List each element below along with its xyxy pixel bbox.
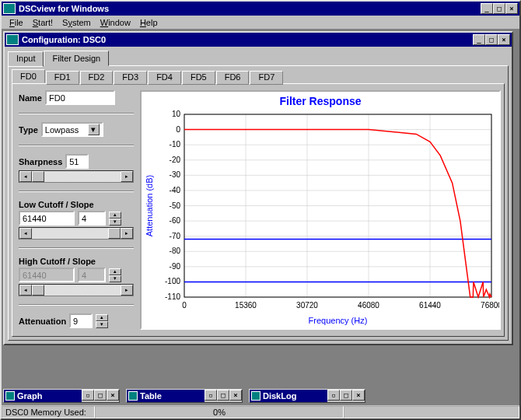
chart-title: Filter Response — [142, 92, 499, 110]
config-minimize-button[interactable]: _ — [473, 34, 485, 45]
menu-window[interactable]: Window — [96, 16, 135, 29]
fd-tab-fd3[interactable]: FD3 — [114, 71, 147, 85]
high-scroll[interactable]: ◂ ▸ — [19, 284, 134, 296]
sharpness-input[interactable] — [65, 154, 89, 169]
svg-text:-50: -50 — [170, 201, 181, 210]
config-title: Configuration: DSC0 — [22, 35, 473, 44]
svg-text:-20: -20 — [170, 156, 181, 164]
svg-text:Frequency (Hz): Frequency (Hz) — [309, 316, 368, 325]
fd-tab-fd7[interactable]: FD7 — [250, 71, 283, 85]
table-icon — [128, 391, 138, 401]
divider — [19, 113, 134, 114]
scroll-right-icon[interactable]: ▸ — [121, 228, 133, 239]
svg-text:30720: 30720 — [296, 301, 318, 310]
mini-max-button[interactable]: □ — [94, 390, 107, 401]
mini-close-button[interactable]: × — [229, 390, 242, 401]
svg-text:-40: -40 — [170, 186, 181, 194]
divider — [19, 191, 134, 192]
scroll-right-icon[interactable]: ▸ — [121, 171, 133, 182]
mini-close-button[interactable]: × — [352, 390, 365, 401]
low-scroll[interactable]: ◂ ▸ — [19, 227, 134, 240]
divider — [19, 145, 134, 146]
type-select[interactable]: Lowpass ▾ — [41, 122, 103, 137]
mini-table-window[interactable]: Table ▫ □ × — [126, 389, 243, 403]
scroll-left-icon[interactable]: ◂ — [19, 171, 32, 182]
high-slope-input — [78, 268, 106, 282]
tab-filter-design[interactable]: Filter Design — [44, 51, 109, 66]
fd-tab-fd1[interactable]: FD1 — [46, 71, 79, 85]
mini-restore-button[interactable]: ▫ — [327, 390, 340, 401]
high-cutoff-label: High Cutoff / Slope — [19, 257, 96, 266]
filter-form: Name Type Lowpass ▾ — [19, 90, 134, 330]
svg-text:76800: 76800 — [481, 301, 499, 310]
low-cutoff-input[interactable] — [19, 211, 75, 226]
menu-start[interactable]: Start! — [28, 16, 58, 29]
spin-down-icon[interactable]: ▾ — [109, 219, 121, 226]
svg-text:-30: -30 — [170, 170, 181, 179]
config-close-button[interactable]: × — [498, 34, 510, 45]
dropdown-icon[interactable]: ▾ — [88, 124, 100, 135]
mini-graph-window[interactable]: Graph ▫ □ × — [3, 389, 120, 403]
app-icon — [3, 3, 16, 14]
chart-svg: 100-10-20-30-40-50-60-70-80-90-100-11001… — [142, 110, 499, 328]
mdi-client: Configuration: DSC0 _ □ × Input Filter D… — [2, 30, 519, 404]
app-title: DSCview for Windows — [19, 4, 481, 13]
status-mem-label: DSC0 Memory Used: — [2, 406, 95, 418]
svg-text:-60: -60 — [170, 216, 181, 225]
svg-text:0: 0 — [176, 125, 180, 134]
svg-text:46080: 46080 — [358, 301, 379, 310]
fd-tab-fd5[interactable]: FD5 — [182, 71, 215, 85]
mini-max-button[interactable]: □ — [340, 390, 352, 401]
svg-text:-70: -70 — [170, 232, 181, 240]
mini-disklog-window[interactable]: DiskLog ▫ □ × — [249, 389, 365, 403]
mini-restore-button[interactable]: ▫ — [82, 390, 94, 401]
menu-file[interactable]: File — [5, 16, 28, 29]
fd-tab-fd6[interactable]: FD6 — [216, 71, 250, 85]
svg-text:0: 0 — [182, 301, 187, 310]
name-input[interactable] — [45, 90, 115, 105]
high-cutoff-input — [19, 268, 75, 282]
menu-help[interactable]: Help — [135, 16, 163, 29]
spin-down-icon[interactable]: ▾ — [109, 275, 121, 282]
config-icon — [6, 34, 19, 45]
config-titlebar: Configuration: DSC0 _ □ × — [5, 33, 512, 47]
spin-up-icon[interactable]: ▴ — [109, 212, 121, 219]
svg-text:-80: -80 — [170, 247, 181, 255]
status-mem-value: 0% — [95, 406, 344, 418]
attenuation-input[interactable] — [69, 313, 93, 328]
minimize-button[interactable]: _ — [481, 3, 493, 14]
tab-input[interactable]: Input — [8, 51, 44, 67]
sharpness-label: Sharpness — [19, 157, 62, 166]
svg-text:10: 10 — [172, 110, 181, 118]
spin-up-icon[interactable]: ▴ — [109, 268, 121, 275]
divider — [19, 247, 134, 249]
scroll-left-icon[interactable]: ◂ — [19, 228, 32, 239]
fd-tab-fd0[interactable]: FD0 — [12, 69, 45, 83]
menu-system[interactable]: System — [58, 16, 96, 29]
low-cutoff-label: Low Cutoff / Slope — [19, 200, 94, 209]
svg-text:-90: -90 — [170, 262, 181, 271]
type-label: Type — [19, 125, 38, 135]
scroll-right-icon[interactable]: ▸ — [121, 285, 133, 296]
maximize-button[interactable]: □ — [493, 3, 505, 14]
mini-max-button[interactable]: □ — [217, 390, 229, 401]
svg-text:61440: 61440 — [419, 301, 441, 310]
scroll-left-icon[interactable]: ◂ — [19, 285, 32, 296]
close-button[interactable]: × — [505, 3, 518, 14]
svg-text:-100: -100 — [165, 277, 180, 285]
mini-close-button[interactable]: × — [107, 390, 119, 401]
config-maximize-button[interactable]: □ — [485, 34, 498, 45]
fd-tab-fd2[interactable]: FD2 — [80, 71, 114, 85]
low-slope-input[interactable] — [78, 211, 106, 226]
spin-down-icon[interactable]: ▾ — [96, 321, 108, 328]
disklog-icon — [251, 391, 260, 401]
status-spacer — [344, 406, 519, 418]
fd-tab-fd4[interactable]: FD4 — [148, 71, 181, 85]
sharpness-scroll[interactable]: ◂ ▸ — [19, 170, 134, 183]
chart-area: Filter Response 100-10-20-30-40-50-60-70… — [140, 90, 501, 330]
mini-restore-button[interactable]: ▫ — [205, 390, 217, 401]
spin-up-icon[interactable]: ▴ — [96, 314, 108, 321]
svg-text:-110: -110 — [165, 292, 180, 301]
config-window: Configuration: DSC0 _ □ × Input Filter D… — [3, 31, 513, 345]
svg-text:Attenuation (dB): Attenuation (dB) — [145, 175, 154, 237]
